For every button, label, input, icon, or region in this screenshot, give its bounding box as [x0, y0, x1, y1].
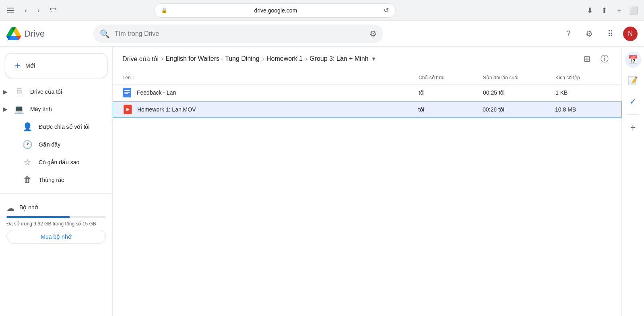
file-list-header: Tên ↑ Chủ sở hữu Sửa đổi lần cuối Kích c…	[113, 71, 621, 85]
tasks-btn[interactable]: ✓	[625, 93, 641, 109]
table-row[interactable]: Feedback - Lan tôi 00:25 tôi 1 KB	[113, 85, 621, 101]
file-name: Feedback - Lan	[137, 89, 176, 96]
reload-btn[interactable]: ↺	[384, 6, 389, 14]
right-panel-divider	[627, 114, 640, 115]
shield-icon: 🛡	[50, 7, 56, 14]
filter-icon[interactable]: ⚙	[369, 29, 377, 39]
new-button-label: Mới	[25, 62, 35, 69]
shared-icon: 👤	[23, 122, 32, 132]
sidebar-item-computers[interactable]: ▶ 💻 Máy tính	[0, 100, 107, 118]
app-header: Drive 🔍 ⚙ ? ⚙ ⠿ N	[0, 21, 644, 47]
sidebar-item-my-drive[interactable]: ▶ 🖥 Drive của tôi	[0, 83, 107, 100]
storage-cloud-icon: ☁	[6, 203, 14, 213]
svg-rect-1	[7, 10, 14, 11]
sidebar-item-trash[interactable]: 🗑 Thùng rác	[0, 171, 107, 188]
table-row[interactable]: Homework 1: Lan.MOV tôi 00:26 tôi 10,8 M…	[113, 101, 621, 118]
add-panel-btn[interactable]: +	[625, 120, 641, 136]
svg-rect-0	[7, 8, 14, 8]
lock-icon: 🔒	[161, 7, 167, 13]
sidebar-item-recent[interactable]: 🕐 Gần đây	[0, 136, 107, 153]
file-name: Homework 1: Lan.MOV	[137, 106, 196, 113]
help-btn[interactable]: ?	[560, 26, 576, 42]
drive-logo-icon	[6, 27, 21, 41]
address-bar: 🔒 drive.google.com ↺	[154, 3, 396, 18]
storage-bar-container	[6, 216, 106, 218]
sidebar-item-label: Drive của tôi	[30, 89, 101, 95]
file-name-cell: Feedback - Lan	[122, 88, 419, 97]
share-btn[interactable]: ⬆	[599, 5, 610, 16]
logo-area: Drive	[6, 27, 87, 41]
avatar[interactable]: N	[623, 27, 638, 41]
view-actions: ⊞ ⓘ	[580, 52, 612, 66]
sidebar-toggle-btn[interactable]	[5, 5, 16, 16]
breadcrumb-my-drive[interactable]: Drive của tôi	[122, 55, 159, 63]
video-file-icon	[123, 105, 132, 114]
starred-icon: ☆	[23, 157, 32, 167]
trash-icon: 🗑	[23, 175, 32, 184]
search-icon: 🔍	[100, 29, 110, 39]
doc-file-icon	[122, 88, 132, 97]
svg-rect-2	[7, 12, 14, 13]
sidebar-item-label: Thùng rác	[39, 177, 101, 183]
right-panel: 📅 📝 ✓ +	[621, 47, 644, 316]
search-bar[interactable]: 🔍 ⚙	[93, 25, 383, 43]
file-modified: 00:26 tôi	[483, 106, 555, 113]
storage-used-text: Đã sử dụng 9,62 GB trong tổng số 15 GB	[6, 221, 106, 227]
sidebar-item-label: Gần đây	[39, 141, 101, 148]
recent-icon: 🕐	[23, 140, 32, 149]
file-modified: 00:25 tôi	[483, 89, 555, 96]
file-name-cell: Homework 1: Lan.MOV	[123, 105, 418, 114]
breadcrumb-dropdown-icon[interactable]: ▼	[371, 56, 376, 62]
storage-section: ☁ Bộ nhớ Đã sử dụng 9,62 GB trong tổng s…	[0, 198, 112, 248]
main-content: Drive của tôi › English for Waiters - Tu…	[113, 47, 621, 316]
search-input[interactable]	[115, 30, 365, 37]
breadcrumb-homework1[interactable]: Homework 1	[266, 55, 303, 62]
sort-asc-icon: ↑	[132, 74, 135, 81]
file-list: Tên ↑ Chủ sở hữu Sửa đổi lần cuối Kích c…	[113, 71, 621, 316]
computers-icon: 💻	[14, 104, 24, 114]
grid-view-btn[interactable]: ⊞	[580, 52, 594, 66]
tab-view-btn[interactable]: ⬜	[628, 5, 639, 16]
info-btn[interactable]: ⓘ	[597, 52, 612, 66]
col-modified-label: Sửa đổi lần cuối	[483, 75, 518, 81]
file-size: 1 KB	[555, 89, 612, 96]
breadcrumb-sep-1: ›	[161, 55, 163, 62]
forward-btn[interactable]: ›	[33, 5, 44, 16]
sidebar-item-label: Được chia sẻ với tôi	[39, 124, 101, 130]
col-size-label: Kích cỡ tệp	[555, 75, 580, 81]
svg-rect-5	[124, 92, 130, 93]
my-drive-icon: 🖥	[14, 87, 24, 96]
header-actions: ? ⚙ ⠿ N	[560, 26, 638, 42]
breadcrumb-sep-3: ›	[305, 55, 307, 62]
new-button[interactable]: + Mới	[5, 53, 107, 78]
drive-app-name: Drive	[24, 29, 45, 39]
file-size: 10,8 MB	[555, 106, 611, 113]
back-btn[interactable]: ‹	[20, 5, 31, 16]
col-header-name[interactable]: Tên ↑	[122, 74, 419, 81]
sidebar-item-shared[interactable]: 👤 Được chia sẻ với tôi	[0, 118, 107, 136]
calendar-btn[interactable]: 📅	[625, 52, 641, 68]
col-owner-label: Chủ sở hữu	[419, 75, 444, 81]
expand-arrow-icon: ▶	[3, 106, 8, 112]
breadcrumb-current: Group 3: Lan + Minh	[310, 55, 368, 62]
col-header-modified: Sửa đổi lần cuối	[483, 74, 555, 81]
new-tab-btn[interactable]: ＋	[613, 5, 625, 16]
breadcrumb-bar: Drive của tôi › English for Waiters - Tu…	[113, 47, 621, 71]
download-btn[interactable]: ⬇	[584, 5, 596, 16]
notes-btn[interactable]: 📝	[625, 72, 641, 89]
storage-label: Bộ nhớ	[19, 204, 38, 211]
breadcrumb-sep-2: ›	[262, 55, 264, 62]
address-text: drive.google.com	[171, 7, 380, 14]
app-layout: + Mới ▶ 🖥 Drive của tôi ▶ 💻 Máy tính 👤 Đ…	[0, 47, 644, 316]
apps-btn[interactable]: ⠿	[602, 26, 618, 42]
file-owner: tôi	[418, 106, 483, 113]
browser-actions: ⬇ ⬆ ＋ ⬜	[584, 5, 639, 16]
settings-btn[interactable]: ⚙	[581, 26, 597, 42]
breadcrumb-english-waiters[interactable]: English for Waiters - Tung Dining	[165, 55, 259, 62]
sidebar-item-starred[interactable]: ☆ Có gắn dấu sao	[0, 153, 107, 171]
sidebar-item-label: Máy tính	[30, 106, 101, 112]
svg-rect-4	[124, 90, 130, 91]
storage-bar	[6, 216, 70, 218]
sidebar-divider	[0, 193, 112, 194]
buy-storage-button[interactable]: Mua bộ nhớ	[6, 230, 106, 244]
